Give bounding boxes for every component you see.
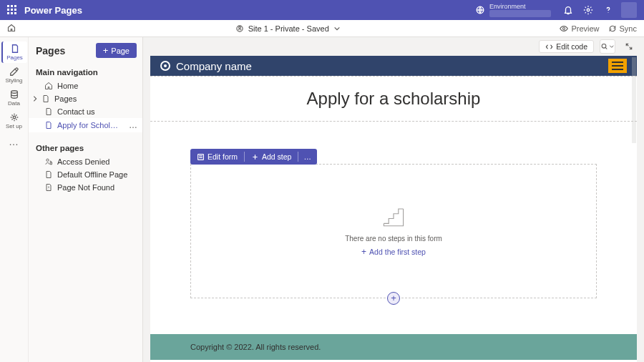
environment-icon bbox=[475, 5, 485, 15]
title-section[interactable]: Apply for a scholarship bbox=[150, 76, 637, 122]
home-icon bbox=[44, 82, 53, 90]
site-footer: Copyright © 2022. All rights reserved. bbox=[150, 334, 637, 360]
left-rail: Pages Styling Data Set up … bbox=[0, 37, 29, 362]
data-icon bbox=[9, 89, 19, 99]
rail-data[interactable]: Data bbox=[1, 87, 27, 109]
site-menu-button[interactable] bbox=[608, 59, 627, 73]
steps-empty-icon bbox=[381, 206, 406, 230]
environment-name-redacted bbox=[489, 10, 551, 17]
add-step-button[interactable]: Add step bbox=[245, 149, 298, 165]
rail-pages[interactable]: Pages bbox=[1, 41, 27, 63]
profile-avatar[interactable] bbox=[621, 2, 637, 18]
sync-button[interactable]: Sync bbox=[608, 24, 637, 33]
code-icon bbox=[545, 43, 553, 51]
home-button[interactable] bbox=[7, 24, 16, 34]
page-canvas[interactable]: Company name Apply for a scholarship Edi… bbox=[150, 56, 637, 362]
edit-form-button[interactable]: Edit form bbox=[190, 149, 244, 165]
preview-button[interactable]: Preview bbox=[560, 24, 599, 33]
svg-point-8 bbox=[602, 44, 606, 48]
form-icon bbox=[197, 153, 205, 161]
nav-item-more-icon[interactable]: … bbox=[129, 120, 138, 130]
canvas-area: Edit code Company name Apply for a schol… bbox=[143, 37, 644, 362]
nav-item-label: Apply for Scholars... bbox=[57, 121, 120, 129]
gear-icon bbox=[583, 5, 593, 15]
nav-item-label: Pages bbox=[54, 94, 77, 103]
new-page-button[interactable]: +Page bbox=[96, 43, 137, 58]
site-status-dropdown[interactable]: Site 1 - Private - Saved bbox=[16, 24, 560, 33]
nav-item-label: Access Denied bbox=[57, 157, 109, 166]
svg-point-6 bbox=[13, 116, 16, 119]
canvas-toolbar: Edit code bbox=[143, 37, 644, 56]
add-step-label: Add step bbox=[262, 152, 291, 161]
nav-item-home[interactable]: Home bbox=[29, 79, 142, 92]
svg-point-3 bbox=[238, 26, 240, 29]
nav-item-apply[interactable]: Apply for Scholars... … bbox=[29, 118, 142, 132]
fullscreen-button[interactable] bbox=[621, 39, 637, 54]
product-title: Power Pages bbox=[24, 5, 82, 16]
site-status-text: Site 1 - Private - Saved bbox=[248, 24, 329, 33]
rail-styling[interactable]: Styling bbox=[1, 64, 27, 86]
sync-icon bbox=[608, 24, 617, 33]
environment-picker[interactable]: Environment bbox=[475, 3, 551, 17]
nav-item-access-denied[interactable]: Access Denied bbox=[29, 155, 142, 168]
help-button[interactable] bbox=[598, 0, 618, 20]
command-bar: Site 1 - Private - Saved Preview Sync bbox=[0, 20, 644, 37]
bell-icon bbox=[563, 5, 573, 15]
chevron-down-icon bbox=[333, 25, 341, 32]
plus-icon: + bbox=[361, 247, 366, 257]
page-title: Apply for a scholarship bbox=[150, 89, 637, 109]
add-section-button[interactable]: + bbox=[387, 292, 400, 305]
add-first-step-button[interactable]: + Add the first step bbox=[361, 247, 426, 257]
waffle-icon[interactable] bbox=[7, 5, 17, 15]
page-icon bbox=[44, 107, 53, 116]
rail-data-label: Data bbox=[8, 100, 20, 107]
site-header: Company name bbox=[150, 56, 637, 76]
app-bar: Power Pages Environment bbox=[0, 0, 644, 20]
empty-text: There are no steps in this form bbox=[345, 235, 442, 243]
nav-item-notfound[interactable]: Page Not Found bbox=[29, 181, 142, 194]
pane-title: Pages bbox=[36, 45, 65, 57]
sync-label: Sync bbox=[620, 24, 637, 33]
page-icon bbox=[44, 170, 53, 179]
person-lock-icon bbox=[44, 157, 53, 166]
page-icon bbox=[42, 94, 50, 103]
nav-item-label: Page Not Found bbox=[57, 183, 114, 192]
other-pages-header: Other pages bbox=[29, 140, 142, 155]
new-page-label: Page bbox=[111, 47, 130, 55]
main-nav-header: Main navigation bbox=[29, 64, 142, 79]
styling-icon bbox=[9, 67, 19, 77]
form-empty-state: There are no steps in this form + Add th… bbox=[190, 164, 597, 298]
svg-point-1 bbox=[587, 9, 590, 11]
plus-icon bbox=[251, 153, 259, 161]
nav-item-label: Home bbox=[57, 82, 78, 90]
site-icon bbox=[235, 24, 244, 33]
expand-icon bbox=[625, 42, 633, 51]
add-first-step-label: Add the first step bbox=[369, 248, 426, 256]
svg-rect-9 bbox=[198, 154, 204, 160]
main-nav-tree: Home Pages Contact us Apply for Scholars… bbox=[29, 79, 142, 132]
edit-code-button[interactable]: Edit code bbox=[539, 40, 594, 53]
chevron-right-icon[interactable] bbox=[31, 95, 39, 102]
nav-item-contact[interactable]: Contact us bbox=[29, 105, 142, 118]
settings-button[interactable] bbox=[578, 0, 598, 20]
form-more-button[interactable]: … bbox=[298, 149, 317, 165]
multistep-form-section: Edit form Add step … There are no steps … bbox=[190, 149, 597, 298]
nav-item-label: Default Offline Page bbox=[57, 170, 127, 179]
page-icon bbox=[10, 44, 20, 54]
zoom-dropdown[interactable] bbox=[600, 39, 615, 54]
nav-item-offline[interactable]: Default Offline Page bbox=[29, 168, 142, 181]
svg-point-5 bbox=[11, 91, 17, 94]
environment-label: Environment bbox=[489, 3, 551, 10]
rail-pages-label: Pages bbox=[6, 54, 23, 61]
notifications-button[interactable] bbox=[558, 0, 578, 20]
site-name: Company name bbox=[176, 60, 252, 72]
rail-styling-label: Styling bbox=[5, 77, 22, 84]
nav-item-pages[interactable]: Pages bbox=[29, 92, 142, 105]
pages-pane: Pages +Page Main navigation Home Pages C… bbox=[29, 37, 143, 362]
svg-point-7 bbox=[47, 159, 49, 161]
nav-item-label: Contact us bbox=[57, 107, 95, 116]
setup-icon bbox=[9, 112, 19, 122]
rail-setup[interactable]: Set up bbox=[1, 110, 27, 132]
rail-setup-label: Set up bbox=[6, 123, 22, 129]
rail-more[interactable]: … bbox=[9, 136, 19, 147]
